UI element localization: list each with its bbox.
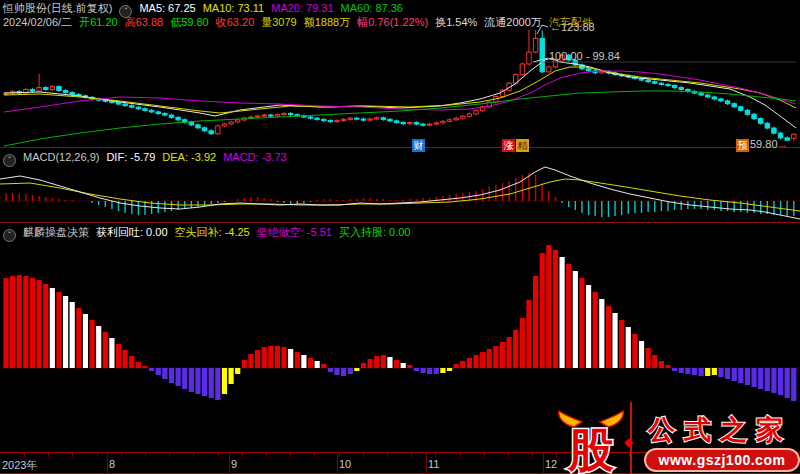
macd-value: MACD: -3.73: [223, 151, 287, 163]
watermark-logo: 股 ◆ 公式之家 www.gszj100.com: [552, 408, 800, 474]
last-price-annotation: 59.80→: [750, 138, 789, 150]
axis-major-tick: [107, 453, 108, 473]
axis-minor-tick: [339, 453, 340, 457]
macd-panel[interactable]: [0, 163, 800, 222]
signal-badge[interactable]: 精: [516, 139, 529, 152]
axis-minor-tick: [266, 453, 267, 457]
quote-value: 低59.80: [170, 16, 209, 28]
axis-minor-tick: [363, 453, 364, 457]
site-name: 公式之家: [640, 412, 800, 446]
collapse-macd-icon[interactable]: ˇ: [3, 154, 16, 167]
axis-minor-tick: [314, 453, 315, 457]
quote-value: 量3079: [261, 16, 296, 28]
axis-minor-tick: [24, 453, 25, 457]
quote-value: 换1.54%: [435, 16, 477, 28]
axis-year-label: 2023年: [2, 458, 37, 473]
peak-annotation: ←123.88: [550, 21, 595, 33]
ma-value: MA5: 67.25: [139, 2, 195, 14]
axis-minor-tick: [193, 453, 194, 457]
axis-major-tick: [337, 453, 338, 473]
website-url-link[interactable]: www.gszj100.com: [644, 448, 800, 472]
axis-minor-tick: [411, 453, 412, 457]
axis-minor-tick: [121, 453, 122, 457]
axis-month-label: 11: [428, 458, 439, 470]
axis-minor-tick: [72, 453, 73, 457]
axis-minor-tick: [484, 453, 485, 457]
macd-value: MACD(12,26,9): [23, 151, 99, 163]
quote-value: 幅0.76(1.22%): [357, 16, 428, 28]
axis-major-tick: [543, 453, 544, 473]
macd-header: ˇMACD(12,26,9)DIF: -5.79DEA: -3.92MACD: …: [3, 151, 301, 167]
axis-minor-tick: [48, 453, 49, 457]
ma-value: MA20: 79.31: [271, 2, 333, 14]
candlestick-panel[interactable]: [0, 30, 800, 147]
axis-minor-tick: [508, 453, 509, 457]
macd-value: DIF: -5.79: [106, 151, 155, 163]
axis-major-tick: [426, 453, 427, 473]
peak-arrow-icon: ←: [550, 21, 561, 33]
quote-values: 2024/02/06/二开61.20高63.88低59.80收63.20量307…: [3, 16, 600, 28]
quote-value: 2024/02/06/二: [3, 16, 72, 28]
quote-value: 开61.20: [79, 16, 118, 28]
axis-minor-tick: [97, 453, 98, 457]
axis-major-tick: [229, 453, 230, 473]
logo-glyph: 股: [566, 425, 614, 474]
indicator-header: ˇ麒麟操盘决策获利回吐: 0.00空头回补: -4.25坚绝做空: -5.51买…: [3, 226, 424, 242]
axis-minor-tick: [532, 453, 533, 457]
diamond-icon: ◆: [624, 436, 633, 448]
last-price-arrow-icon: →: [778, 138, 789, 150]
signal-badge[interactable]: 涨: [502, 139, 515, 152]
signal-badge[interactable]: 财: [412, 139, 425, 152]
signal-badge[interactable]: 预: [736, 139, 749, 152]
quote-value: 高63.88: [125, 16, 164, 28]
indicator-value: 空头回补: -4.25: [175, 226, 250, 238]
indicator-value: 坚绝做空: -5.51: [257, 226, 332, 238]
ma-value: MA60: 87.36: [341, 2, 403, 14]
collapse-indicator-icon[interactable]: ˇ: [3, 229, 16, 242]
axis-minor-tick: [145, 453, 146, 457]
axis-minor-tick: [460, 453, 461, 457]
gu-bull-emblem: 股: [552, 410, 630, 474]
quote-row: 2024/02/06/二开61.20高63.88低59.80收63.20量307…: [3, 16, 607, 28]
ma-values: MA5: 67.25MA10: 73.11MA20: 79.31MA60: 87…: [139, 2, 410, 14]
axis-month-label: 10: [339, 458, 351, 470]
quote-value: 收63.20: [216, 16, 255, 28]
axis-minor-tick: [169, 453, 170, 457]
axis-minor-tick: [290, 453, 291, 457]
ma-value: MA10: 73.11: [203, 2, 265, 14]
indicator-value: 麒麟操盘决策: [23, 226, 89, 238]
range-annotation: 100.00 - 99.84: [549, 50, 620, 62]
stock-title: 恒帅股份(日线.前复权): [3, 2, 112, 14]
axis-month-label: 8: [109, 458, 115, 470]
indicator-value: 买入持股: 0.00: [339, 226, 411, 238]
macd-value: DEA: -3.92: [162, 151, 216, 163]
axis-minor-tick: [242, 453, 243, 457]
quote-value: 流通2000万: [484, 16, 541, 28]
quote-value: 额1888万: [304, 16, 350, 28]
indicator-value: 获利回吐: 0.00: [96, 226, 168, 238]
axis-minor-tick: [218, 453, 219, 457]
svg-text:公式之家: 公式之家: [647, 415, 792, 445]
axis-minor-tick: [387, 453, 388, 457]
stock-app-screen: 恒帅股份(日线.前复权)ˇMA5: 67.25MA10: 73.11MA20: …: [0, 0, 800, 474]
axis-minor-tick: [435, 453, 436, 457]
axis-month-label: 9: [231, 458, 237, 470]
